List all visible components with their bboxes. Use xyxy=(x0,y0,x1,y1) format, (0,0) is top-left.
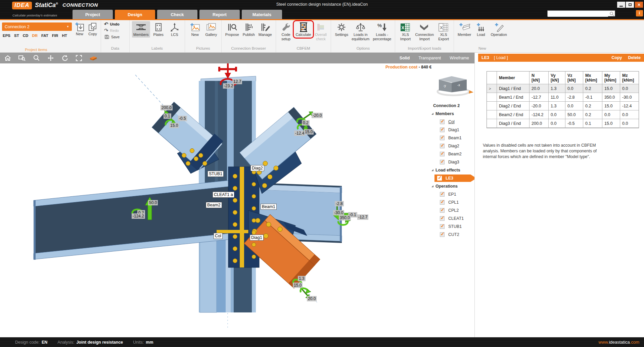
tree-item[interactable]: CLEAT1 xyxy=(430,214,474,222)
cell-member[interactable]: Diag3 / End xyxy=(497,119,530,128)
cell-n[interactable]: -124.2 xyxy=(530,110,549,119)
connection-dropdown[interactable]: Connection 2 ▼ xyxy=(2,22,72,31)
row-selector-cell[interactable]: > xyxy=(487,84,497,93)
render-mode-option[interactable]: Transparent xyxy=(418,56,441,60)
render-mode-option[interactable]: Wireframe xyxy=(450,56,469,60)
panel-action-button[interactable]: Copy xyxy=(611,55,622,60)
tree-checkbox[interactable] xyxy=(440,119,445,124)
tree-item[interactable]: Col xyxy=(430,118,474,126)
cell-my[interactable]: 350.0 xyxy=(602,93,620,102)
cell-vz[interactable]: 50.0 xyxy=(565,110,583,119)
brick-icon[interactable] xyxy=(89,55,97,61)
row-selector-cell[interactable] xyxy=(487,102,497,110)
close-button[interactable]: ✕ xyxy=(635,2,643,8)
ribbon-button[interactable]: Loads in equilibrium xyxy=(350,21,371,42)
cell-mz[interactable]: 0.0 xyxy=(620,119,639,128)
pan-icon[interactable] xyxy=(47,55,54,61)
cell-mx[interactable]: 0.1 xyxy=(583,119,602,128)
cell-vz[interactable]: -2.8 xyxy=(565,93,583,102)
fit-view-icon[interactable] xyxy=(75,55,83,61)
tree-item[interactable]: Members xyxy=(430,110,474,118)
home-icon[interactable] xyxy=(4,55,11,61)
row-selector-cell[interactable] xyxy=(487,119,497,128)
cell-mz[interactable]: -12.4 xyxy=(620,102,639,110)
ribbon-tab[interactable]: Design xyxy=(115,10,155,19)
ribbon-button[interactable]: New xyxy=(187,21,203,38)
cell-n[interactable]: -20.0 xyxy=(530,102,549,110)
cell-n[interactable]: 20.0 xyxy=(530,84,549,93)
cell-vy[interactable]: 0.0 xyxy=(549,110,565,119)
cell-mx[interactable]: -0.1 xyxy=(583,93,602,102)
ribbon-button[interactable]: Settings xyxy=(333,21,350,38)
tree-item[interactable]: Beam2 xyxy=(430,150,474,158)
cell-vz[interactable]: 0.0 xyxy=(565,102,583,110)
ribbon-tab[interactable]: Materials xyxy=(242,10,282,19)
tree-checkbox[interactable] xyxy=(440,216,445,221)
search-input[interactable] xyxy=(548,11,608,17)
cell-vz[interactable]: 0.0 xyxy=(565,84,583,93)
maximize-button[interactable] xyxy=(626,2,634,8)
ribbon-button[interactable]: Publish xyxy=(241,21,257,38)
tree-item[interactable]: Diag2 xyxy=(430,142,474,150)
row-selector-cell[interactable] xyxy=(487,110,497,119)
cell-vy[interactable]: 0.0 xyxy=(549,119,565,128)
cell-mz[interactable]: -30.0 xyxy=(620,93,639,102)
tree-item[interactable]: CPL2 xyxy=(430,206,474,214)
ribbon-button[interactable]: Propose xyxy=(224,21,240,38)
ribbon-button[interactable]: LCS xyxy=(167,21,182,38)
tree-checkbox[interactable] xyxy=(440,136,445,140)
cell-member[interactable]: Diag1 / End xyxy=(497,84,530,93)
tree-checkbox[interactable] xyxy=(440,192,445,197)
cell-member[interactable]: Beam1 / End xyxy=(497,93,530,102)
code-toggle[interactable]: HT xyxy=(62,34,67,38)
code-toggle[interactable]: ST xyxy=(14,34,19,38)
tree-expander-icon[interactable] xyxy=(431,113,433,115)
tree-item[interactable]: Operations xyxy=(430,182,474,190)
tree-checkbox[interactable] xyxy=(440,208,445,213)
viewport-3d[interactable]: SolidTransparentWireframe xyxy=(0,53,474,337)
tree-checkbox[interactable] xyxy=(440,128,445,132)
tree-item[interactable]: Diag1 xyxy=(430,126,474,134)
tree-checkbox[interactable] xyxy=(440,224,445,229)
row-selector-cell[interactable] xyxy=(487,93,497,102)
cell-member[interactable]: Beam2 / End xyxy=(497,110,530,119)
project-item-button[interactable]: New xyxy=(75,22,85,36)
cell-mx[interactable]: 0.2 xyxy=(583,102,602,110)
render-mode-option[interactable]: Solid xyxy=(400,56,410,60)
info-button[interactable]: i xyxy=(636,10,643,16)
cell-mz[interactable]: 0.0 xyxy=(620,110,639,119)
project-item-button[interactable]: Copy xyxy=(88,22,97,36)
ribbon-button[interactable]: %Loads - percentage xyxy=(371,21,393,42)
cell-my[interactable]: 15.0 xyxy=(602,102,620,110)
cell-my[interactable]: 15.0 xyxy=(602,84,620,93)
ribbon-button[interactable]: Connection Import xyxy=(414,21,435,42)
ribbon-button[interactable]: XXLS Export xyxy=(436,21,451,42)
cell-n[interactable]: -12.7 xyxy=(530,93,549,102)
cube-face-left[interactable]: -y xyxy=(443,84,446,88)
tree-checkbox[interactable] xyxy=(440,232,445,237)
ribbon-button[interactable]: Plates xyxy=(151,21,166,38)
cell-vy[interactable]: 1.3 xyxy=(549,102,565,110)
ribbon-button[interactable]: Overall check xyxy=(313,21,328,42)
rotate-icon[interactable] xyxy=(61,55,68,61)
minimize-button[interactable] xyxy=(617,2,625,8)
ribbon-button[interactable]: ↶Undo xyxy=(103,21,127,27)
code-toggle[interactable]: EPS xyxy=(3,34,10,38)
website-link[interactable]: www.ideastatica.com xyxy=(599,340,644,345)
cube-face-right[interactable]: -x xyxy=(457,83,460,87)
tree-checkbox[interactable] xyxy=(440,200,445,205)
connection-3d-scene[interactable]: -y -x xyxy=(0,53,474,337)
zoom-window-icon[interactable] xyxy=(18,55,26,61)
tree-checkbox[interactable] xyxy=(440,152,445,156)
cell-vz[interactable]: -0.5 xyxy=(565,119,583,128)
tree-item[interactable]: Diag3 xyxy=(430,158,474,166)
tree-checkbox[interactable] xyxy=(440,144,445,148)
zoom-icon[interactable] xyxy=(33,55,40,61)
cell-n[interactable]: 200.0 xyxy=(530,119,549,128)
cell-my[interactable]: 0.0 xyxy=(602,110,620,119)
code-toggle[interactable]: DR xyxy=(32,34,38,38)
code-toggle[interactable]: CD xyxy=(23,34,29,38)
ribbon-button[interactable]: Save xyxy=(103,34,127,40)
ribbon-button[interactable]: Operation xyxy=(489,21,508,38)
cell-vy[interactable]: 11.0 xyxy=(549,93,565,102)
